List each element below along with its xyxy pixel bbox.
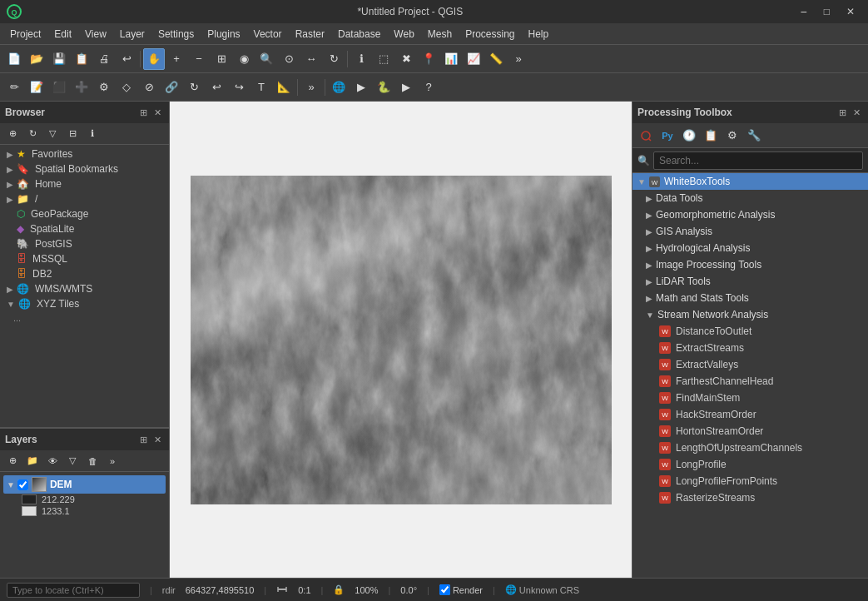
zoom-prev-button[interactable]: ⊙ [278,48,300,70]
toolbox-wrench-button[interactable]: 🔧 [744,126,764,146]
zoom-selection-button[interactable]: 🔍 [255,48,277,70]
close-button[interactable]: ✕ [840,3,861,20]
tool-group-whiteboxtools[interactable]: ▼ W WhiteBoxTools [632,173,868,190]
digitize-button[interactable]: ✏ [3,77,25,98]
attribute-table-button[interactable]: 📊 [440,48,462,70]
tool-item-rasterize-streams[interactable]: W RasterizeStreams [632,489,868,506]
add-feature-button[interactable]: ➕ [71,77,92,98]
move-feature-button[interactable]: ⚙ [93,77,115,98]
measure-button[interactable]: 📏 [485,48,507,70]
tool-item-length-upstream-channels[interactable]: W LengthOfUpstreamChannels [632,440,868,456]
browser-float-button[interactable]: ⊞ [137,107,150,119]
layer-item-dem[interactable]: ▼ DEM [3,475,166,494]
tool-sub-hydrological[interactable]: ▶ Hydrological Analysis [632,240,868,256]
tool-sub-image-processing[interactable]: ▶ Image Processing Tools [632,256,868,273]
tool-sub-math-stats[interactable]: ▶ Math and Stats Tools [632,290,868,306]
crs-button[interactable]: 🌐 Unknown CRS [505,584,579,595]
menu-vector[interactable]: Vector [247,27,289,42]
zoom-out-button[interactable]: − [188,48,210,70]
python-button[interactable]: 🐍 [373,77,394,98]
layers-filter-button[interactable]: ▽ [63,452,82,470]
toolbox-close-button[interactable]: ✕ [851,107,863,119]
tool-sub-geomorphometric[interactable]: ▶ Geomorphometric Analysis [632,206,868,223]
select-feature-button[interactable]: ⬛ [48,77,70,98]
tool-item-long-profile-from-points[interactable]: W LongProfileFromPoints [632,473,868,489]
merge-button[interactable]: 🔗 [161,77,182,98]
toolbox-settings-button[interactable]: ⚙ [722,126,742,146]
more-tools-button[interactable]: » [508,48,529,70]
menu-web[interactable]: Web [387,27,420,42]
rotate-button[interactable]: ↻ [183,77,205,98]
refresh-button[interactable]: ↻ [323,48,345,70]
browser-collapse-button[interactable]: ⊟ [63,125,82,143]
pan-button[interactable]: ✋ [143,48,165,70]
zoom-layer-button[interactable]: ◉ [233,48,255,70]
save-project-button[interactable]: 💾 [48,48,70,70]
select-location-button[interactable]: 📍 [418,48,439,70]
select-button[interactable]: ⬚ [373,48,394,70]
toolbox-history-button[interactable]: 🕐 [679,126,699,146]
tool-sub-lidar[interactable]: ▶ LiDAR Tools [632,273,868,290]
zoom-in-button[interactable]: + [166,48,187,70]
layers-float-button[interactable]: ⊞ [137,434,150,446]
tool-item-farthest-channel-head[interactable]: W FarthestChannelHead [632,373,868,390]
browser-item-home[interactable]: ▶ 🏠 Home [0,176,169,191]
maximize-button[interactable]: □ [817,3,836,20]
browser-item-postgis[interactable]: ▶ 🐘 PostGIS [0,236,169,251]
tool-item-distance-to-outlet[interactable]: W DistanceToOutlet [632,323,868,340]
browser-info-button[interactable]: ℹ [83,125,102,143]
menu-edit[interactable]: Edit [47,27,78,42]
deselect-button[interactable]: ✖ [395,48,417,70]
layers-remove-button[interactable]: 🗑 [83,452,102,470]
tool-item-horton-stream-order[interactable]: W HortonStreamOrder [632,423,868,440]
menu-settings[interactable]: Settings [151,27,201,42]
toolbox-float-button[interactable]: ⊞ [836,107,849,119]
layers-close-button[interactable]: ✕ [151,434,164,446]
menu-mesh[interactable]: Mesh [421,27,459,42]
undo-button[interactable]: ↩ [116,48,137,70]
globe-nav-button[interactable]: ▶ [350,77,372,98]
browser-item-db2[interactable]: ▶ 🗄 DB2 [0,266,169,281]
browser-item-xyz[interactable]: ▼ 🌐 XYZ Tiles [0,296,169,311]
help-plugin-button[interactable]: ? [418,77,439,98]
minimize-button[interactable]: − [794,3,814,20]
zoom-full-button[interactable]: ⊞ [211,48,232,70]
render-checkbox[interactable] [439,584,450,595]
menu-project[interactable]: Project [3,27,47,42]
redo-edit-button[interactable]: ↪ [228,77,250,98]
render-toggle[interactable]: Render [439,584,483,595]
menu-database[interactable]: Database [331,27,387,42]
statistics-button[interactable]: 📈 [463,48,484,70]
reshape-button[interactable]: ◇ [116,77,137,98]
layers-visibility-button[interactable]: 👁 [43,452,62,470]
layers-add-group-button[interactable]: 📁 [23,452,42,470]
browser-item-wms[interactable]: ▶ 🌐 WMS/WMTS [0,281,169,296]
browser-item-spatialite[interactable]: ▶ ◆ SpatiaLite [0,221,169,236]
toolbox-search-input[interactable] [653,151,863,170]
tool-item-hack-stream-order[interactable]: W HackStreamOrder [632,406,868,423]
toolbox-python-button[interactable]: Py [657,126,677,146]
menu-layer[interactable]: Layer [113,27,151,42]
tool-item-long-profile[interactable]: W LongProfile [632,456,868,473]
new-project-button[interactable]: 📄 [3,48,25,70]
open-project-button[interactable]: 📂 [26,48,47,70]
edit-button[interactable]: 📝 [26,77,47,98]
browser-item-favorites[interactable]: ▶ ★ Favorites [0,147,169,161]
globe-button[interactable]: 🌐 [328,77,350,98]
tool-sub-data-tools[interactable]: ▶ Data Tools [632,190,868,206]
menu-plugins[interactable]: Plugins [201,27,246,42]
label-button[interactable]: T [250,77,272,98]
toolbox-filter-button[interactable] [636,126,656,146]
map-area[interactable] [170,102,632,578]
menu-view[interactable]: View [78,27,113,42]
locate-input[interactable] [7,583,140,598]
browser-close-button[interactable]: ✕ [151,107,164,119]
browser-filter-button[interactable]: ▽ [43,125,62,143]
tool-item-extract-streams[interactable]: W ExtractStreams [632,340,868,356]
extensions-button[interactable]: » [300,77,322,98]
tool-item-find-main-stem[interactable]: W FindMainStem [632,390,868,406]
tool-item-extract-valleys[interactable]: W ExtractValleys [632,356,868,373]
diagram-button[interactable]: 📐 [273,77,295,98]
layer-checkbox-dem[interactable] [17,479,28,490]
browser-item-xyz-sub[interactable]: ... [0,311,169,325]
